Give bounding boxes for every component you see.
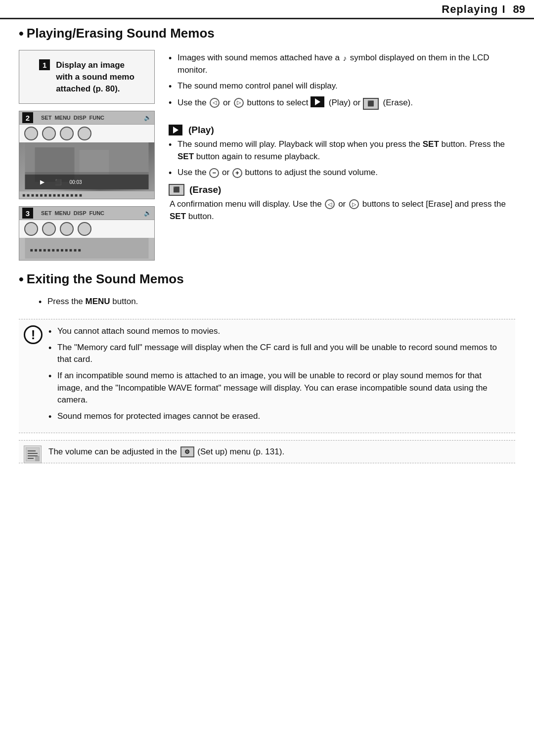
set-bold2: SET: [178, 152, 194, 161]
play-bullets: The sound memo will play. Playback will …: [169, 138, 515, 179]
camera2-svg: ▶ ⬛ 00:03: [19, 142, 154, 189]
erase-heading-icon: ⬛: [169, 184, 184, 196]
bullet-dot: •: [19, 27, 24, 41]
play-heading-icon: [169, 125, 182, 135]
warning-bullets: You cannot attach sound memos to movies.…: [48, 325, 507, 422]
camera2-label4: FUNC: [89, 115, 104, 121]
play-bullet2: Use the or buttons to adjust the sound v…: [169, 167, 515, 179]
camera3-btn-row: [19, 220, 154, 238]
play-icon-inline: [311, 96, 324, 107]
warning-icon: !: [24, 325, 43, 344]
right-col: Images with sound memos attached have a …: [169, 50, 515, 261]
camera3-btn3: [60, 222, 74, 236]
play-section: (Play) The sound memo will play. Playbac…: [169, 125, 515, 223]
camera3-label4: FUNC: [89, 210, 104, 216]
step3-box: 3 SET MENU DISP FUNC 🔊 ■ ■ ■ ■ ■: [19, 206, 155, 261]
warning-bullet2: The "Memory card full" message will disp…: [48, 342, 507, 366]
play-arrow-inline: [315, 98, 320, 105]
camera2-btn1: [24, 127, 38, 140]
svg-text:⬛: ⬛: [55, 178, 62, 185]
camera2-bottom-text: ■ ■ ■ ■ ■ ■ ■ ■ ■ ■ ■ ■ ■ ■: [22, 192, 82, 198]
page-number: 89: [513, 3, 525, 16]
camera2-btn3: [60, 127, 74, 140]
right-bullets: Images with sound memos attached have a …: [169, 52, 515, 110]
camera2-btn-row: [19, 125, 154, 142]
section1-heading: • Playing/Erasing Sound Memos: [19, 26, 515, 41]
note-text: The volume can be adjusted in the ⚙ (Set…: [48, 447, 284, 456]
step2-number: 2: [22, 112, 33, 123]
note-icon: [24, 445, 42, 463]
left-col: 1 Display an imagewith a sound memoattac…: [19, 50, 155, 261]
play-heading: (Play): [169, 125, 515, 135]
exiting-section: • Exiting the Sound Memos Press the MENU…: [19, 271, 515, 308]
camera3-label3: DISP: [74, 210, 87, 216]
main-content: • Playing/Erasing Sound Memos 1 Display …: [0, 0, 534, 478]
camera3-btn1: [24, 222, 38, 236]
step1-label: Display an imagewith a sound memoattache…: [56, 59, 134, 94]
erase-text: A confirmation menu will display. Use th…: [169, 198, 515, 223]
step2-box: 2 SET MENU DISP FUNC 🔊: [19, 111, 155, 199]
camera2-bottom-bar: ■ ■ ■ ■ ■ ■ ■ ■ ■ ■ ■ ■ ■ ■: [19, 191, 154, 199]
two-col-layout: 1 Display an imagewith a sound memoattac…: [19, 50, 515, 261]
setup-icon: ⚙: [180, 446, 194, 457]
play-heading-text: (Play): [188, 125, 214, 135]
volume-minus-icon: [209, 168, 219, 178]
step3-number: 3: [22, 208, 33, 219]
camera2-label1: SET: [41, 115, 51, 121]
note-svg-icon: [26, 447, 40, 461]
erase-dial-right: [349, 199, 359, 209]
erase-dial-left: [325, 199, 335, 209]
volume-plus-icon: [232, 168, 242, 178]
svg-rect-12: [28, 450, 36, 451]
camera3-btn2: [42, 222, 56, 236]
exiting-bullets: Press the MENU button.: [19, 296, 515, 308]
camera3-top-bar: 3 SET MENU DISP FUNC 🔊: [19, 207, 154, 220]
svg-text:00:03: 00:03: [70, 179, 82, 185]
page-header: Replaying I 89: [0, 0, 534, 19]
note-box: The volume can be adjusted in the ⚙ (Set…: [19, 440, 515, 464]
section2-heading: • Exiting the Sound Memos: [19, 271, 515, 287]
svg-rect-15: [28, 458, 34, 459]
camera2-image: ▶ ⬛ 00:03: [19, 142, 154, 191]
dial-left-icon: [210, 98, 220, 108]
camera2-label3: DISP: [74, 115, 87, 121]
dial-right-icon: [234, 98, 244, 108]
camera2-btn2: [42, 127, 56, 140]
warning-bullet4: Sound memos for protected images cannot …: [48, 410, 507, 423]
header-title: Replaying: [442, 3, 498, 16]
camera3-label1: SET: [41, 210, 51, 216]
set-bold1: SET: [423, 139, 439, 149]
step1-number: 1: [39, 59, 50, 70]
camera3-btn4: [78, 222, 91, 236]
erase-set-bold: SET: [170, 212, 186, 221]
svg-marker-16: [36, 456, 40, 461]
svg-text:■ ■ ■ ■ ■ ■ ■ ■ ■ ■ ■ ■: ■ ■ ■ ■ ■ ■ ■ ■ ■ ■ ■ ■: [30, 247, 81, 253]
exiting-bullet1: Press the MENU button.: [39, 296, 515, 308]
erase-heading: ⬛ (Erase): [169, 184, 515, 196]
camera3-icon: 🔊: [144, 210, 151, 217]
play-bullet1: The sound memo will play. Playback will …: [169, 138, 515, 163]
menu-bold: MENU: [86, 297, 110, 306]
step1-text: 1 Display an imagewith a sound memoattac…: [24, 54, 149, 99]
camera3-label2: MENU: [54, 210, 70, 216]
play-arrow-heading: [173, 127, 178, 133]
erase-icon-inline: ⬛: [363, 98, 379, 110]
bullet1: Images with sound memos attached have a …: [169, 52, 515, 76]
camera2-label2: MENU: [54, 115, 70, 121]
camera2-icon: 🔊: [144, 114, 151, 121]
warning-box: ! You cannot attach sound memos to movie…: [19, 319, 515, 433]
camera3-svg: ■ ■ ■ ■ ■ ■ ■ ■ ■ ■ ■ ■: [19, 238, 154, 259]
step1-box: 1 Display an imagewith a sound memoattac…: [19, 50, 155, 104]
header-separator: I: [502, 3, 505, 16]
svg-rect-3: [80, 150, 109, 175]
erase-heading-text: (Erase): [189, 184, 221, 195]
camera2-btn4: [78, 127, 91, 140]
svg-rect-13: [28, 453, 38, 454]
camera3-image: ■ ■ ■ ■ ■ ■ ■ ■ ■ ■ ■ ■: [19, 238, 154, 260]
warning-bullet1: You cannot attach sound memos to movies.: [48, 325, 507, 338]
section1-title: Playing/Erasing Sound Memos: [27, 26, 215, 41]
camera2-top-bar: 2 SET MENU DISP FUNC 🔊: [19, 111, 154, 125]
sound-memo-icon: ♪: [343, 53, 347, 64]
warning-bullet3: If an incompatible sound memo is attache…: [48, 370, 507, 406]
bullet3: Use the or buttons to select (Play) or ⬛…: [169, 96, 515, 110]
